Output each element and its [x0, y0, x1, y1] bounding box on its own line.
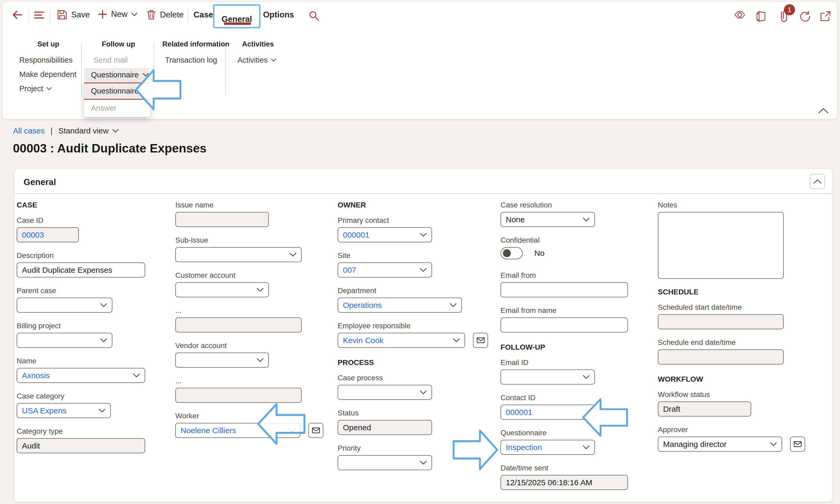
description-value: Audit Duplicate Expenses — [22, 266, 112, 275]
case-category-combo[interactable]: USA Expens — [17, 403, 111, 418]
email-from-field[interactable] — [501, 282, 628, 297]
toolbar-divider — [29, 9, 29, 23]
worker-mail-button[interactable] — [308, 423, 323, 438]
delete-label: Delete — [160, 10, 184, 20]
project-button[interactable]: Project — [17, 85, 80, 92]
email-id-combo[interactable] — [501, 370, 595, 384]
case-resolution-combo[interactable]: None — [501, 212, 595, 227]
confidential-toggle[interactable] — [501, 247, 523, 259]
ellipsis-label: ... — [175, 377, 323, 385]
ribbon-group-activities: Activities Activities — [235, 40, 281, 70]
date-time-sent-value: 12/15/2025 06:18:16 AM — [506, 478, 592, 487]
chevron-down-icon — [271, 58, 276, 62]
chevron-down-icon — [131, 13, 138, 16]
worker-combo[interactable]: Noelene Cilliers — [175, 423, 300, 438]
employee-responsible-value: Kevin Cook — [343, 336, 383, 345]
approver-mail-button[interactable] — [790, 437, 805, 452]
department-combo[interactable]: Operations — [338, 298, 462, 313]
primary-contact-combo[interactable]: 000001 — [338, 227, 432, 242]
email-from-name-field[interactable] — [501, 318, 628, 332]
plus-icon — [98, 10, 107, 19]
description-label: Description — [17, 251, 165, 260]
chevron-down-icon — [420, 461, 427, 465]
attachment-count-badge: 1 — [784, 4, 795, 15]
employee-responsible-mail-button[interactable] — [473, 333, 488, 348]
case-category-value: USA Expens — [22, 406, 66, 415]
mail-icon — [794, 441, 802, 447]
form-column-issue: Issue nameSub-issueCustomer account...Ve… — [175, 201, 323, 447]
chevron-down-icon — [289, 253, 297, 257]
chevron-down-icon — [450, 303, 457, 307]
owner-section-header: OWNER — [338, 201, 491, 209]
general-section-card: General CASECase ID00003DescriptionAudit… — [15, 169, 832, 502]
all-cases-link[interactable]: All cases — [13, 126, 45, 135]
back-button[interactable] — [12, 10, 23, 20]
hamburger-icon — [34, 11, 44, 20]
site-combo[interactable]: 007 — [338, 263, 432, 277]
office-button[interactable] — [755, 10, 768, 22]
menu-item-questionnaire[interactable]: Questionnaire — [84, 83, 150, 100]
description-field[interactable]: Audit Duplicate Expenses — [17, 263, 145, 277]
chevron-down-icon — [288, 428, 295, 432]
questionnaire-combo[interactable]: Inspection — [501, 440, 595, 455]
sub-issue-label: Sub-issue — [175, 236, 323, 245]
tab-case[interactable]: Case — [194, 10, 213, 20]
delete-button[interactable]: Delete — [146, 10, 184, 20]
transaction-log-button[interactable]: Transaction log — [162, 56, 226, 64]
collapse-section-button[interactable] — [810, 174, 825, 189]
billing-project-combo[interactable] — [17, 333, 112, 348]
chevron-down-icon — [453, 338, 460, 342]
save-icon — [57, 10, 67, 20]
notes-label: Notes — [658, 201, 806, 209]
ellipsis-field — [175, 388, 302, 403]
worker-label: Worker — [175, 412, 323, 420]
case-id-field: 00003 — [17, 227, 79, 242]
make-dependent-button[interactable]: Make dependent — [17, 70, 80, 78]
sub-issue-combo[interactable] — [175, 247, 302, 262]
mail-icon — [312, 427, 320, 433]
employee-responsible-combo[interactable]: Kevin Cook — [338, 333, 465, 348]
new-button[interactable]: New — [98, 10, 138, 19]
chevron-down-icon — [46, 87, 52, 90]
parent-case-combo[interactable] — [17, 298, 112, 313]
category-type-field: Audit — [17, 438, 145, 453]
save-button[interactable]: Save — [57, 10, 90, 20]
group-title: Activities — [235, 40, 281, 48]
approver-combo[interactable]: Managing director — [658, 437, 782, 452]
page-title: 00003 : Audit Duplicate Expenses — [13, 141, 207, 156]
chevron-down-icon — [100, 338, 107, 342]
responsibilities-button[interactable]: Responsibilities — [17, 56, 80, 64]
activities-button[interactable]: Activities — [235, 56, 281, 64]
refresh-button[interactable] — [799, 10, 811, 22]
ellipsis-label: ... — [175, 306, 323, 315]
search-icon — [309, 11, 319, 21]
collapse-ribbon-button[interactable] — [818, 108, 829, 115]
site-label: Site — [338, 251, 491, 260]
ribbon-divider — [154, 42, 155, 95]
apps-diamond-icon — [734, 10, 746, 22]
notes-textarea[interactable] — [658, 212, 784, 279]
questionnaire-dropdown-button[interactable]: Questionnaire — [84, 68, 149, 82]
case-process-combo[interactable] — [338, 385, 432, 400]
menu-item-answer[interactable]: Answer — [84, 100, 150, 117]
nav-toggle-button[interactable] — [34, 11, 44, 20]
priority-combo[interactable] — [338, 455, 432, 470]
new-label: New — [111, 10, 127, 19]
contact-id-field[interactable]: 000001 — [501, 404, 595, 420]
open-in-new-window-button[interactable] — [819, 10, 832, 22]
department-label: Department — [338, 287, 491, 295]
customer-account-combo[interactable] — [175, 282, 269, 297]
send-mail-button[interactable]: Send mail — [84, 56, 153, 64]
search-button[interactable] — [309, 11, 319, 21]
workflow-section-header: WORKFLOW — [658, 375, 806, 383]
name-combo[interactable]: Axnosis — [17, 368, 145, 383]
confidential-value: No — [534, 249, 544, 258]
primary-contact-value: 000001 — [343, 231, 369, 239]
view-selector[interactable]: Standard view — [58, 126, 119, 135]
process-section-header: PROCESS — [338, 358, 491, 366]
ribbon-group-setup: Set up Responsibilities Make dependent P… — [17, 40, 80, 99]
ribbon-divider — [225, 42, 226, 95]
power-apps-button[interactable] — [734, 10, 746, 22]
vendor-account-combo[interactable] — [175, 353, 269, 367]
tab-options[interactable]: Options — [263, 10, 294, 20]
